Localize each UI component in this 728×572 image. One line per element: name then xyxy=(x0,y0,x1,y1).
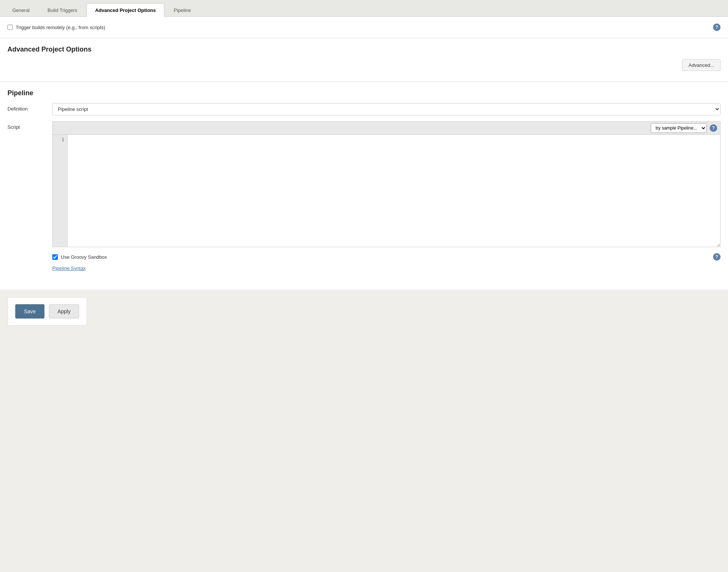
script-control-wrap: try sample Pipeline...Hello WorldGitHub … xyxy=(52,121,721,247)
groovy-help-icon[interactable]: ? xyxy=(713,253,721,261)
save-button[interactable]: Save xyxy=(15,304,44,318)
pipeline-section: Pipeline Definition Pipeline scriptPipel… xyxy=(0,82,728,290)
advanced-button[interactable]: Advanced... xyxy=(682,59,721,71)
page-wrapper: General Build Triggers Advanced Project … xyxy=(0,0,728,572)
save-bar: Save Apply xyxy=(7,297,87,326)
tab-advanced-project-options[interactable]: Advanced Project Options xyxy=(87,3,165,17)
apply-button[interactable]: Apply xyxy=(49,304,79,318)
script-editor-wrapper: 1 xyxy=(52,134,721,247)
groovy-sandbox-checkbox[interactable] xyxy=(52,254,58,260)
script-help-icon[interactable]: ? xyxy=(710,124,717,132)
definition-row: Definition Pipeline scriptPipeline scrip… xyxy=(7,103,721,115)
trigger-row: Trigger builds remotely (e.g., from scri… xyxy=(0,17,728,38)
tab-build-triggers[interactable]: Build Triggers xyxy=(39,3,85,17)
tab-general[interactable]: General xyxy=(4,3,38,17)
tab-pipeline[interactable]: Pipeline xyxy=(165,3,199,17)
pipeline-link-wrap: Pipeline Syntax xyxy=(52,265,721,271)
trigger-label[interactable]: Trigger builds remotely (e.g., from scri… xyxy=(7,25,105,30)
trigger-checkbox[interactable] xyxy=(7,25,13,30)
main-content: Trigger builds remotely (e.g., from scri… xyxy=(0,17,728,290)
pipeline-section-title: Pipeline xyxy=(7,89,721,97)
definition-control: Pipeline scriptPipeline script from SCM xyxy=(52,103,721,115)
trigger-text: Trigger builds remotely (e.g., from scri… xyxy=(16,25,105,30)
pipeline-syntax-link[interactable]: Pipeline Syntax xyxy=(52,265,86,271)
script-header: try sample Pipeline...Hello WorldGitHub … xyxy=(52,121,721,134)
try-sample-select[interactable]: try sample Pipeline...Hello WorldGitHub … xyxy=(651,123,707,133)
advanced-section-title: Advanced Project Options xyxy=(7,46,721,53)
script-label: Script xyxy=(7,121,52,130)
definition-label: Definition xyxy=(7,103,52,112)
trigger-help-icon[interactable]: ? xyxy=(713,24,721,31)
groovy-label[interactable]: Use Groovy Sandbox xyxy=(52,254,107,260)
definition-select[interactable]: Pipeline scriptPipeline script from SCM xyxy=(52,103,721,115)
section-actions: Advanced... xyxy=(7,59,721,74)
groovy-row: Use Groovy Sandbox ? xyxy=(52,253,721,261)
groovy-sandbox-text: Use Groovy Sandbox xyxy=(61,254,107,260)
line-number-1: 1 xyxy=(56,137,64,142)
line-numbers: 1 xyxy=(53,135,68,247)
tabs-bar: General Build Triggers Advanced Project … xyxy=(0,0,728,17)
script-row: Script try sample Pipeline...Hello World… xyxy=(7,121,721,247)
script-textarea[interactable] xyxy=(68,135,720,247)
advanced-project-options-section: Advanced Project Options Advanced... xyxy=(0,38,728,82)
